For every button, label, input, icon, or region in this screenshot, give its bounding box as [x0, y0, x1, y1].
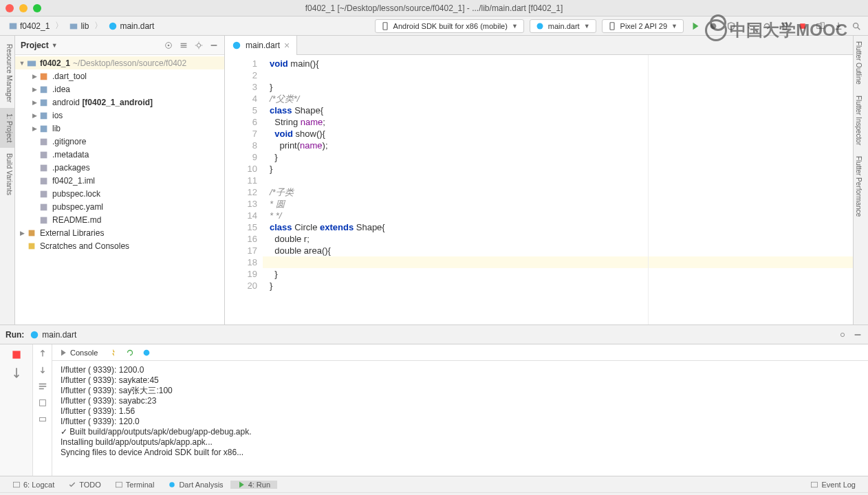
scroll-icon[interactable]: [38, 398, 47, 408]
tree-item[interactable]: ▶.idea: [15, 82, 224, 96]
down-icon[interactable]: [38, 365, 47, 375]
svg-rect-17: [41, 86, 47, 93]
flash-icon[interactable]: [109, 348, 118, 358]
code-line[interactable]: }: [263, 280, 853, 292]
svg-point-32: [840, 333, 844, 336]
todo-tab[interactable]: TODO: [61, 481, 108, 489]
tree-item[interactable]: pubspec.lock: [15, 187, 224, 200]
code-line[interactable]: void show(){: [263, 128, 853, 140]
chevron-down-icon: ▼: [671, 23, 677, 30]
tree-item[interactable]: .packages: [15, 161, 224, 174]
maximize-window-button[interactable]: [33, 4, 41, 12]
run-config[interactable]: main.dart: [30, 330, 76, 340]
tree-item[interactable]: f0402_1.iml: [15, 174, 224, 187]
svg-rect-28: [29, 230, 35, 236]
gear-icon[interactable]: [838, 330, 847, 340]
code-line[interactable]: print(name);: [263, 140, 853, 151]
code-line[interactable]: void main(){: [263, 58, 853, 69]
svg-rect-21: [41, 138, 47, 145]
close-window-button[interactable]: [6, 4, 14, 12]
code-line[interactable]: * 圆: [263, 198, 853, 210]
project-view-selector[interactable]: Project ▼: [21, 41, 58, 50]
code-line[interactable]: /*子类: [263, 186, 853, 198]
svg-rect-25: [41, 190, 47, 197]
run-config-selector[interactable]: main.dart ▼: [530, 19, 596, 33]
scratches[interactable]: Scratches and Consoles: [15, 239, 224, 252]
gear-icon[interactable]: [194, 41, 204, 50]
code-line[interactable]: }: [263, 268, 853, 280]
wrap-icon[interactable]: [38, 382, 47, 391]
restart-icon[interactable]: [125, 348, 135, 358]
console-tab-button[interactable]: Console: [55, 347, 102, 358]
tree-item[interactable]: README.md: [15, 213, 224, 226]
flutter-inspector-tab[interactable]: Flutter Inspector: [854, 90, 864, 151]
breadcrumb-project[interactable]: f0402_1: [6, 20, 52, 32]
print-icon[interactable]: [38, 415, 47, 424]
code-editor[interactable]: 1234567891011121314151617181920 void mai…: [225, 55, 853, 324]
search-button[interactable]: [850, 20, 862, 32]
logcat-tab[interactable]: 6: Logcat: [6, 481, 61, 489]
tree-item[interactable]: ▶.dart_tool: [15, 69, 224, 82]
code-line[interactable]: double area(){: [263, 245, 853, 256]
flutter-outline-tab[interactable]: Flutter Outline: [854, 36, 864, 90]
external-libraries[interactable]: ▶ External Libraries: [15, 226, 224, 239]
dart-icon: [30, 330, 39, 340]
dart-icon: [536, 22, 544, 30]
code-content[interactable]: void main(){}/*父类*/class Shape{ String n…: [263, 55, 853, 324]
code-line[interactable]: double r;: [263, 233, 853, 245]
close-tab-button[interactable]: ×: [284, 40, 290, 51]
hide-icon[interactable]: [209, 41, 219, 50]
code-line[interactable]: }: [263, 81, 853, 93]
code-line[interactable]: * */: [263, 210, 853, 221]
svg-rect-29: [29, 243, 35, 249]
tree-item[interactable]: .gitignore: [15, 135, 224, 148]
project-tab[interactable]: 1: Project: [0, 108, 14, 148]
resource-manager-tab[interactable]: Resource Manager: [0, 38, 14, 108]
code-line[interactable]: class Shape{: [263, 104, 853, 116]
breadcrumb-sep-icon: 〉: [94, 20, 102, 32]
devtools-icon[interactable]: [142, 348, 151, 358]
tree-item[interactable]: ▶lib: [15, 122, 224, 135]
up-icon[interactable]: [38, 349, 47, 358]
event-log-tab[interactable]: Event Log: [803, 481, 862, 489]
code-line[interactable]: [263, 256, 853, 268]
flutter-performance-tab[interactable]: Flutter Performance: [854, 151, 864, 222]
avd-selector[interactable]: Pixel 2 API 29 ▼: [602, 19, 684, 33]
editor-tab[interactable]: main.dart ×: [225, 36, 297, 55]
console-output[interactable]: I/flutter ( 9339): 1200.0I/flutter ( 933…: [52, 361, 868, 476]
build-variants-tab[interactable]: Build Variants: [0, 148, 14, 201]
tree-item[interactable]: .metadata: [15, 148, 224, 161]
pin-icon[interactable]: [10, 366, 23, 379]
code-line[interactable]: [263, 175, 853, 186]
dart-analysis-tab[interactable]: Dart Analysis: [161, 481, 230, 489]
chevron-right-icon: ▶: [18, 230, 26, 236]
expand-all-icon[interactable]: [179, 41, 188, 50]
hide-icon[interactable]: [853, 330, 862, 340]
minimize-window-button[interactable]: [19, 4, 28, 12]
tree-item[interactable]: pubspec.yaml: [15, 200, 224, 213]
editor-area: main.dart × 1234567891011121314151617181…: [225, 36, 853, 324]
tree-item[interactable]: ▶android [f0402_1_android]: [15, 96, 224, 109]
chevron-down-icon: ▼: [584, 23, 590, 30]
code-line[interactable]: class Circle extends Shape{: [263, 221, 853, 233]
folder-icon: [26, 58, 37, 68]
terminal-tab[interactable]: Terminal: [108, 481, 162, 489]
titlebar: f0402_1 [~/Desktop/lesson/source/f0402_1…: [0, 0, 868, 16]
rerun-icon[interactable]: [10, 349, 23, 361]
breadcrumb-file[interactable]: main.dart: [105, 20, 157, 32]
folder-icon: [39, 124, 50, 133]
run-button[interactable]: [689, 20, 702, 32]
console: Console I/flutter ( 9339): 1200.0I/flutt…: [52, 344, 868, 476]
project-tree[interactable]: ▼ f0402_1 ~/Desktop/lesson/source/f0402 …: [15, 55, 224, 324]
run-tab[interactable]: 4: Run: [230, 481, 277, 489]
code-line[interactable]: /*父类*/: [263, 93, 853, 104]
device-selector[interactable]: Android SDK built for x86 (mobile) ▼: [375, 19, 524, 33]
code-line[interactable]: }: [263, 163, 853, 175]
code-line[interactable]: }: [263, 151, 853, 163]
code-line[interactable]: String name;: [263, 116, 853, 128]
tree-root[interactable]: ▼ f0402_1 ~/Desktop/lesson/source/f0402: [15, 56, 224, 69]
tree-item[interactable]: ▶ios: [15, 109, 224, 122]
locate-icon[interactable]: [164, 41, 173, 50]
code-line[interactable]: [263, 69, 853, 81]
breadcrumb-folder[interactable]: lib: [66, 20, 91, 32]
